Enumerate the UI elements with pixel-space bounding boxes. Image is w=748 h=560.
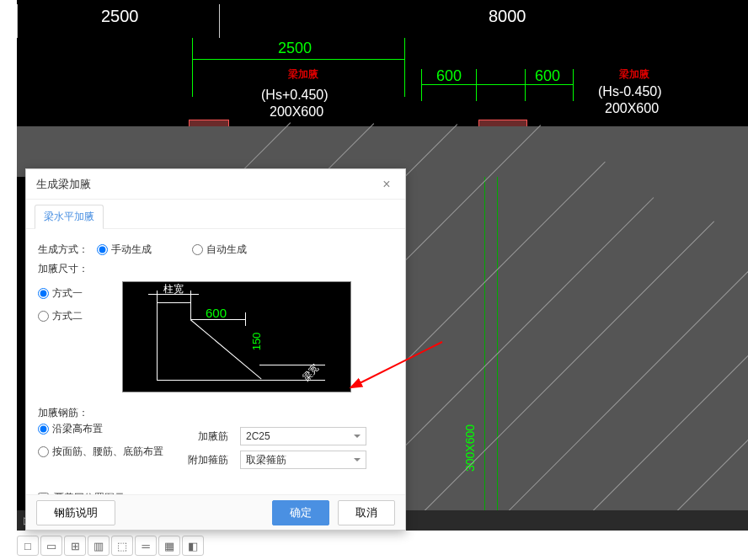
dialog-haunch: 生成梁加腋 × 梁水平加腋 生成方式： 手动生成 自动生成 加腋尺寸： 方式一 …	[25, 168, 406, 531]
dialog-title-bar[interactable]: 生成梁加腋 ×	[26, 169, 405, 200]
axis-label-8000: 8000	[489, 7, 526, 26]
beam1-line1: (Hs+0.450)	[261, 88, 329, 103]
help-button[interactable]: 钢筋说明	[36, 500, 115, 525]
dim-2500: 2500	[278, 40, 312, 57]
diagram-150: 150	[250, 333, 263, 351]
tool-btn-8[interactable]: ◧	[182, 536, 204, 556]
radio-size-2[interactable]: 方式二	[38, 309, 112, 323]
size-label: 加腋尺寸：	[38, 262, 97, 276]
rebar-label: 加腋钢筋：	[38, 406, 97, 420]
beam2-line1: (Hs-0.450)	[598, 84, 662, 99]
tool-btn-1[interactable]: □	[17, 536, 39, 556]
tool-btn-3[interactable]: ⊞	[64, 536, 86, 556]
dim-600b: 600	[535, 67, 560, 85]
tool-btn-7[interactable]: ▦	[158, 536, 180, 556]
radio-layout-height[interactable]: 沿梁高布置	[38, 422, 164, 436]
fujia-combo[interactable]: 取梁箍筋	[240, 451, 366, 469]
tool-btn-5[interactable]: ⬚	[111, 536, 133, 556]
tab-horizontal-haunch[interactable]: 梁水平加腋	[35, 205, 104, 229]
beam2-line2: 200X600	[605, 101, 659, 116]
diagram-zhu: 柱宽	[163, 282, 184, 296]
close-icon[interactable]: ×	[378, 177, 395, 192]
tool-btn-2[interactable]: ▭	[40, 536, 62, 556]
dim-600a: 600	[436, 67, 462, 85]
cancel-button[interactable]: 取消	[338, 500, 395, 525]
diagram-600: 600	[206, 306, 227, 320]
radio-auto[interactable]: 自动生成	[192, 243, 247, 257]
dialog-title: 生成梁加腋	[36, 177, 91, 192]
jiaye-label: 加腋筋	[181, 429, 232, 444]
jiaye-combo[interactable]: 2C25	[240, 427, 366, 445]
tool-btn-6[interactable]: ═	[135, 536, 157, 556]
radio-manual[interactable]: 手动生成	[97, 243, 152, 257]
tool-btn-4[interactable]: ▥	[88, 536, 110, 556]
haunch-diagram: 柱宽 600 150 梁宽	[122, 281, 351, 392]
haunch-label-2: 梁加腋	[619, 67, 649, 82]
axis-label-2500: 2500	[101, 7, 139, 26]
bottom-toolbar: □ ▭ ⊞ ▥ ⬚ ═ ▦ ◧	[17, 534, 204, 557]
ok-button[interactable]: 确定	[272, 500, 329, 525]
gen-label: 生成方式：	[38, 243, 97, 257]
radio-size-1[interactable]: 方式一	[38, 286, 112, 301]
haunch-label-1: 梁加腋	[288, 67, 318, 82]
radio-layout-bars[interactable]: 按面筋、腰筋、底筋布置	[38, 445, 164, 459]
beam1-line2: 200X600	[270, 104, 323, 120]
fujia-label: 附加箍筋	[181, 453, 232, 467]
